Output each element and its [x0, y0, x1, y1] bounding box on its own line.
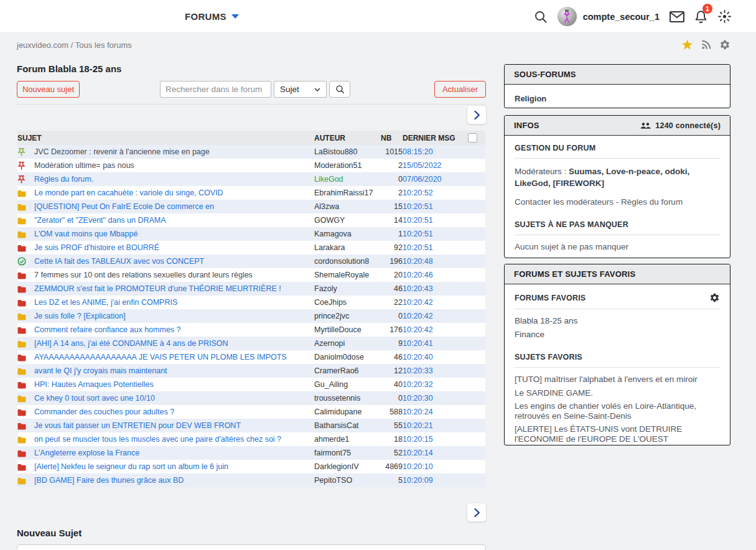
- favorite-forum-link[interactable]: Blabla 18-25 ans: [515, 316, 720, 325]
- topic-last-msg-link[interactable]: 08:15:20: [403, 147, 433, 156]
- topic-author-link[interactable]: DarklegionIV: [314, 462, 359, 471]
- topic-last-msg-link[interactable]: 10:20:30: [403, 394, 433, 403]
- sub-forum-link[interactable]: Religion: [515, 94, 546, 103]
- topic-last-msg-link[interactable]: 10:20:14: [403, 449, 433, 457]
- topic-title-link[interactable]: [BD GAME] Faire des thunes grâce aux BD: [34, 476, 184, 485]
- topic-last-msg-link[interactable]: 10:20:46: [403, 271, 433, 279]
- topic-title-link[interactable]: [QUESTION] Peut On FaIrE Ecole De commer…: [34, 202, 214, 211]
- topic-author-link[interactable]: Al3zwa: [314, 202, 339, 211]
- topic-title-link[interactable]: Je suis PROF d'histoire et BOURRÉ: [34, 243, 159, 252]
- topic-last-msg-link[interactable]: 10:20:51: [403, 216, 433, 225]
- favorite-topic-link[interactable]: Le SARDINE GAME.: [515, 388, 709, 398]
- topic-last-msg-link[interactable]: 10:20:10: [403, 462, 433, 471]
- new-topic-button[interactable]: Nouveau sujet: [17, 81, 80, 98]
- topic-title-link[interactable]: Commander des couches pour adultes ?: [34, 408, 174, 416]
- topic-author-link[interactable]: PepitoTSO: [314, 476, 352, 485]
- next-page-button-bottom[interactable]: [467, 503, 487, 522]
- rss-icon[interactable]: [701, 40, 711, 50]
- favorite-forum-link[interactable]: Finance: [515, 330, 720, 339]
- topic-title-link[interactable]: on peut se muscler tous les muscles avec…: [34, 435, 281, 444]
- user-avatar[interactable]: [558, 7, 577, 26]
- topic-title-link[interactable]: [AHI] A 14 ans, j'ai été CONDAMNE à 4 an…: [34, 339, 228, 348]
- new-topic-form[interactable]: [17, 544, 486, 550]
- contact-moderators-link[interactable]: Contacter les modérateurs: [515, 197, 614, 207]
- topic-author-link[interactable]: troussetennis: [314, 394, 360, 403]
- topic-last-msg-link[interactable]: 10:20:33: [403, 366, 433, 375]
- topic-author-link[interactable]: Moderation51: [314, 161, 362, 170]
- topic-title-link[interactable]: "Zerator" et "ZEvent" dans un DRAMA: [34, 216, 166, 225]
- topic-title-link[interactable]: Le monde part en cacahuète : variole du …: [34, 189, 223, 197]
- topic-author-link[interactable]: EbrahimRaissi17: [314, 189, 373, 197]
- topic-last-msg-link[interactable]: 10:20:32: [403, 380, 433, 389]
- favorite-topic-link[interactable]: Les engins de chantier volés en Loire-At…: [515, 401, 709, 421]
- topic-title-link[interactable]: [Alerte] Nekfeu le seigneur du rap sort …: [34, 462, 228, 471]
- topic-author-link[interactable]: Azernopi: [314, 339, 345, 348]
- topic-title-link[interactable]: AYAAAAAAAAAAAAAAAAAA JE VAIS PETER UN PL…: [34, 353, 287, 361]
- topic-author-link[interactable]: BatharsisCat: [314, 421, 359, 430]
- topic-last-msg-link[interactable]: 07/06/2020: [403, 175, 442, 184]
- topic-title-link[interactable]: Je suis folle ? [Explication]: [34, 312, 126, 320]
- topic-author-link[interactable]: MyrtilleDouce: [314, 325, 362, 334]
- topic-title-link[interactable]: Je vous fait passer un ENTRETIEN pour DE…: [34, 421, 241, 430]
- topic-title-link[interactable]: ZEMMOUR s'est fait le PROMOTEUR d'une TH…: [34, 284, 281, 293]
- topic-last-msg-link[interactable]: 10:20:52: [403, 189, 433, 197]
- topic-last-msg-link[interactable]: 10:20:21: [403, 421, 433, 430]
- topic-title-link[interactable]: Règles du forum.: [34, 175, 93, 184]
- topic-last-msg-link[interactable]: 10:20:48: [403, 257, 433, 266]
- topic-title-link[interactable]: Ce khey 0 tout sort avec une 10/10: [34, 394, 155, 403]
- topic-title-link[interactable]: Comment refaire confiance aux hommes ?: [34, 325, 181, 334]
- topic-last-msg-link[interactable]: 15/05/2022: [403, 161, 442, 170]
- forum-rules-link[interactable]: Règles du forum: [621, 197, 683, 207]
- settings-gear-icon[interactable]: [719, 39, 730, 50]
- topic-last-msg-link[interactable]: 10:20:15: [403, 435, 433, 444]
- topic-title-link[interactable]: HPI: Hautes Arnaques Potentielles: [34, 380, 154, 389]
- topic-author-link[interactable]: CoeJhips: [314, 298, 347, 307]
- topic-title-link[interactable]: 7 femmes sur 10 ont des relations sexuel…: [34, 271, 253, 279]
- topic-title-link[interactable]: L'OM vaut moins que Mbappé: [34, 230, 138, 238]
- topic-author-link[interactable]: LikeGod: [314, 175, 343, 184]
- topic-title-link[interactable]: Modération ultime= pas nous: [34, 161, 134, 170]
- next-page-button-top[interactable]: [467, 105, 487, 124]
- topic-author-link[interactable]: LaBistou880: [314, 147, 358, 156]
- topic-title-link[interactable]: avant le QI j'y croyais mais maintenant: [34, 366, 167, 375]
- search-icon[interactable]: [534, 10, 548, 24]
- topic-title-link[interactable]: Cette IA fait des TABLEAUX avec vos CONC…: [34, 257, 204, 266]
- favorite-topic-link[interactable]: [TUTO] maîtriser l'alphabet à l'envers e…: [515, 375, 709, 385]
- breadcrumb[interactable]: jeuxvideo.com / Tous les forums: [17, 40, 132, 50]
- topic-last-msg-link[interactable]: 10:20:42: [403, 312, 433, 320]
- topic-author-link[interactable]: Fazoly: [314, 284, 337, 293]
- topic-title-link[interactable]: Les DZ et les ANIME, j'ai enfin COMPRIS: [34, 298, 177, 307]
- search-submit-button[interactable]: [329, 81, 350, 98]
- favorite-topic-link[interactable]: [ALERTE] Les ÉTATS-UNIS vont DETRUIRE l'…: [515, 424, 709, 444]
- select-all-checkbox[interactable]: [468, 133, 477, 142]
- topic-last-msg-link[interactable]: 10:20:42: [403, 298, 433, 307]
- search-scope-select[interactable]: Sujet: [274, 81, 327, 98]
- favorite-star-icon[interactable]: [681, 39, 693, 50]
- topic-author-link[interactable]: Larakara: [314, 243, 345, 252]
- topic-author-link[interactable]: Daniolm0dose: [314, 353, 364, 361]
- search-input[interactable]: [160, 81, 271, 98]
- topic-last-msg-link[interactable]: 10:20:42: [403, 325, 433, 334]
- topic-title-link[interactable]: JVC Dezoomer : revenir à l'ancienne mise…: [34, 147, 210, 156]
- topic-last-msg-link[interactable]: 10:20:09: [403, 476, 433, 485]
- topic-last-msg-link[interactable]: 10:20:24: [403, 408, 433, 416]
- topic-author-link[interactable]: Kamagova: [314, 230, 352, 238]
- topic-author-link[interactable]: cordonsolution8: [314, 257, 369, 266]
- topic-author-link[interactable]: ahmerde1: [314, 435, 349, 444]
- topic-last-msg-link[interactable]: 10:20:41: [403, 339, 433, 348]
- topic-last-msg-link[interactable]: 10:20:51: [403, 243, 433, 252]
- topic-last-msg-link[interactable]: 10:20:40: [403, 353, 433, 361]
- topic-author-link[interactable]: prince2jvc: [314, 312, 349, 320]
- topic-author-link[interactable]: GOWGY: [314, 216, 345, 225]
- topic-last-msg-link[interactable]: 10:20:43: [403, 284, 433, 293]
- sun-icon[interactable]: [717, 9, 732, 24]
- topic-author-link[interactable]: ShemaleRoyale: [314, 271, 369, 279]
- topic-author-link[interactable]: CramerRao6: [314, 366, 359, 375]
- topic-author-link[interactable]: Gu_Ailing: [314, 380, 348, 389]
- topic-last-msg-link[interactable]: 10:20:51: [403, 230, 433, 238]
- mail-icon[interactable]: [670, 11, 684, 22]
- topic-last-msg-link[interactable]: 10:20:51: [403, 202, 433, 211]
- topic-author-link[interactable]: Calimidupane: [314, 408, 362, 416]
- favoris-settings-gear-icon[interactable]: [709, 292, 720, 303]
- topic-title-link[interactable]: L'Angleterre explose la France: [34, 449, 139, 457]
